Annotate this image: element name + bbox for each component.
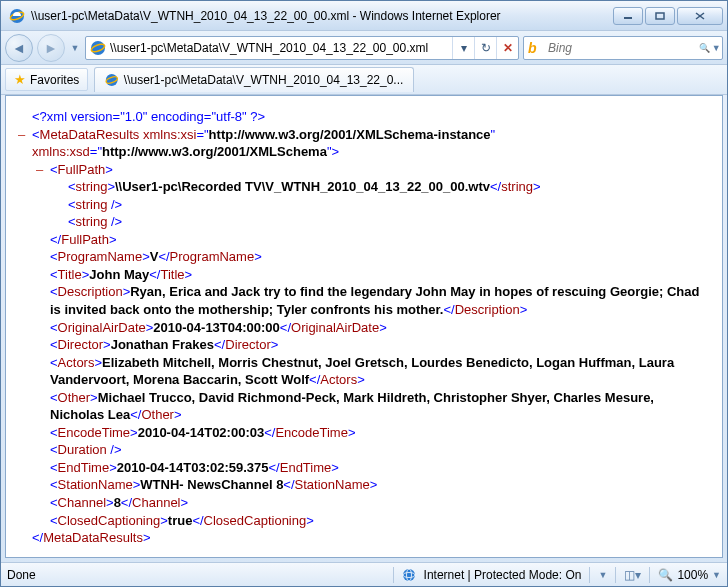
xml-node: <OriginalAirDate>2010-04-13T04:00:00</Or… [32, 319, 710, 337]
search-provider-dropdown[interactable]: ▼ [711, 43, 723, 53]
statusbar: Done Internet | Protected Mode: On ▼ ◫▾ … [1, 562, 727, 586]
bing-icon: b [528, 40, 544, 56]
xml-node: <string /> [32, 196, 710, 214]
page-mode-icon[interactable]: ◫▾ [624, 568, 641, 582]
svg-point-10 [403, 569, 415, 581]
xml-node: <Actors>Elizabeth Mitchell, Morris Chest… [32, 354, 710, 389]
stop-button[interactable]: ✕ [496, 37, 518, 59]
svg-point-8 [106, 74, 118, 86]
xml-node: <Title>John May</Title> [32, 266, 710, 284]
favorites-button[interactable]: ★ Favorites [5, 68, 88, 91]
zoom-icon[interactable]: 🔍 [658, 568, 673, 582]
ie-icon [105, 72, 119, 88]
zoom-level: 100% [677, 568, 708, 582]
xml-node: <EncodeTime>2010-04-14T02:00:03</EncodeT… [32, 424, 710, 442]
xml-node: <Other>Michael Trucco, David Richmond-Pe… [32, 389, 710, 424]
tab-current[interactable]: \\user1-pc\MetaData\V_WTNH_2010_04_13_22… [94, 67, 414, 92]
globe-icon [402, 568, 416, 582]
titlebar: \\user1-pc\MetaData\V_WTNH_2010_04_13_22… [1, 1, 727, 31]
svg-rect-3 [656, 13, 664, 19]
zoom-dropdown[interactable]: ▼ [712, 570, 721, 580]
xml-node: <Duration /> [32, 441, 710, 459]
window-title: \\user1-pc\MetaData\V_WTNH_2010_04_13_22… [31, 9, 613, 23]
ie-icon [9, 8, 25, 24]
search-input[interactable] [524, 41, 699, 55]
tab-title: \\user1-pc\MetaData\V_WTNH_2010_04_13_22… [124, 73, 404, 87]
search-go-button[interactable]: 🔍 [699, 43, 711, 53]
collapse-toggle[interactable]: – [36, 161, 43, 179]
security-zone: Internet | Protected Mode: On [424, 568, 582, 582]
nav-history-dropdown[interactable]: ▼ [69, 43, 81, 53]
navbar: ◄ ► ▼ ▾ ↻ ✕ b 🔍 ▼ [1, 31, 727, 65]
xml-root-close: </MetaDataResults> [32, 529, 710, 547]
xml-node: <string /> [32, 213, 710, 231]
status-text: Done [7, 568, 385, 582]
xml-node: <string>\\User1-pc\Recorded TV\V_WTNH_20… [32, 178, 710, 196]
xml-declaration: <?xml version="1.0" encoding="utf-8" ?> [32, 108, 710, 126]
xml-viewer: <?xml version="1.0" encoding="utf-8" ?> … [5, 95, 723, 558]
xml-root-open: – <MetaDataResults xmlns:xsi="http://www… [32, 126, 710, 161]
address-bar: ▾ ↻ ✕ [85, 36, 519, 60]
xml-node: <Director>Jonathan Frakes</Director> [32, 336, 710, 354]
page-icon [90, 40, 106, 56]
favorites-label: Favorites [30, 73, 79, 87]
xml-node: <Channel>8</Channel> [32, 494, 710, 512]
search-box: b 🔍 ▼ [523, 36, 723, 60]
xml-node: <ClosedCaptioning>true</ClosedCaptioning… [32, 512, 710, 530]
address-dropdown[interactable]: ▾ [452, 37, 474, 59]
favorites-bar: ★ Favorites \\user1-pc\MetaData\V_WTNH_2… [1, 65, 727, 95]
refresh-button[interactable]: ↻ [474, 37, 496, 59]
close-button[interactable] [677, 7, 723, 25]
minimize-button[interactable] [613, 7, 643, 25]
xml-node: <Description>Ryan, Erica and Jack try to… [32, 283, 710, 318]
back-button[interactable]: ◄ [5, 34, 33, 62]
xml-node: <EndTime>2010-04-14T03:02:59.375</EndTim… [32, 459, 710, 477]
star-icon: ★ [14, 72, 26, 87]
xml-node: <ProgramName>V</ProgramName> [32, 248, 710, 266]
maximize-button[interactable] [645, 7, 675, 25]
browser-window: \\user1-pc\MetaData\V_WTNH_2010_04_13_22… [0, 0, 728, 587]
xml-node: – <FullPath> [32, 161, 710, 179]
zone-dropdown[interactable]: ▼ [598, 570, 607, 580]
address-input[interactable] [110, 38, 452, 58]
forward-button[interactable]: ► [37, 34, 65, 62]
xml-node: <StationName>WTNH- NewsChannel 8</Statio… [32, 476, 710, 494]
xml-node: </FullPath> [32, 231, 710, 249]
collapse-toggle[interactable]: – [18, 126, 25, 144]
